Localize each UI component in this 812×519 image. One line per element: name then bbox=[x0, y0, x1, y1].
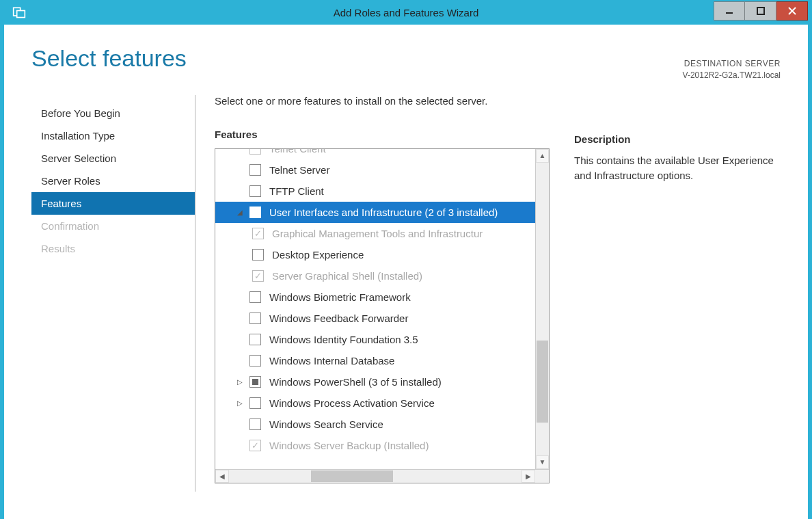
titlebar[interactable]: Add Roles and Features Wizard bbox=[4, 0, 808, 25]
tree-item-label: Telnet Server bbox=[269, 164, 329, 176]
vscroll-thumb[interactable] bbox=[537, 341, 548, 423]
tree-item[interactable]: Windows Search Service bbox=[215, 414, 535, 435]
window-title: Add Roles and Features Wizard bbox=[334, 7, 479, 18]
nav-item-server-roles[interactable]: Server Roles bbox=[31, 170, 195, 192]
checkbox[interactable] bbox=[249, 355, 261, 367]
checkbox[interactable] bbox=[252, 249, 264, 261]
window-controls bbox=[714, 4, 808, 21]
tree-item-label: Windows Process Activation Service bbox=[269, 397, 435, 409]
checkbox[interactable] bbox=[249, 291, 261, 303]
tree-item[interactable]: Telnet Client bbox=[215, 149, 535, 159]
page-title: Select features bbox=[31, 45, 187, 72]
vertical-scrollbar[interactable]: ▲ ▼ bbox=[535, 149, 549, 469]
tree-item[interactable]: ▷Windows PowerShell (3 of 5 installed) bbox=[215, 371, 535, 392]
maximize-button[interactable] bbox=[745, 1, 776, 21]
checkbox[interactable] bbox=[249, 149, 261, 155]
tree-item-label: Desktop Experience bbox=[272, 249, 364, 261]
tree-item-label: Windows Biometric Framework bbox=[269, 291, 411, 303]
instruction-text: Select one or more features to install o… bbox=[215, 95, 550, 107]
destination-server: DESTINATION SERVER V-2012R2-G2a.TW21.loc… bbox=[683, 58, 781, 81]
app-icon bbox=[12, 5, 26, 19]
tree-item[interactable]: Graphical Management Tools and Infrastru… bbox=[215, 223, 535, 244]
tree-item-label: Server Graphical Shell (Installed) bbox=[272, 270, 422, 282]
checkbox[interactable] bbox=[249, 334, 261, 345]
checkbox[interactable] bbox=[249, 164, 261, 176]
nav-item-before-you-begin[interactable]: Before You Begin bbox=[31, 102, 195, 124]
wizard-nav: Before You BeginInstallation TypeServer … bbox=[31, 95, 195, 492]
scroll-left-icon[interactable]: ◀ bbox=[215, 470, 229, 483]
horizontal-scrollbar[interactable]: ◀ ▶ bbox=[215, 469, 549, 483]
tree-item[interactable]: Desktop Experience bbox=[215, 244, 535, 265]
tree-item-label: TFTP Client bbox=[269, 185, 324, 197]
tree-item[interactable]: ▷Windows Process Activation Service bbox=[215, 392, 535, 414]
checkbox[interactable] bbox=[249, 185, 261, 197]
tree-item[interactable]: Windows Feedback Forwarder bbox=[215, 308, 535, 329]
nav-item-results: Results bbox=[31, 237, 195, 260]
collapse-icon[interactable]: ◢ bbox=[234, 209, 245, 216]
description-heading: Description bbox=[574, 133, 781, 145]
features-tree: Telnet ClientTelnet ServerTFTP Client◢Us… bbox=[215, 148, 550, 483]
scroll-down-icon[interactable]: ▼ bbox=[536, 455, 549, 469]
expand-icon[interactable]: ▷ bbox=[234, 399, 245, 407]
checkbox[interactable] bbox=[249, 376, 261, 388]
description-text: This contains the available User Experie… bbox=[574, 153, 781, 184]
features-heading: Features bbox=[215, 129, 550, 140]
checkbox[interactable] bbox=[249, 440, 261, 451]
tree-item-label: Windows Identity Foundation 3.5 bbox=[269, 334, 418, 345]
svg-rect-3 bbox=[757, 8, 764, 14]
nav-item-server-selection[interactable]: Server Selection bbox=[31, 147, 195, 170]
tree-item-label: Windows Server Backup (Installed) bbox=[269, 440, 429, 451]
tree-item[interactable]: Windows Biometric Framework bbox=[215, 287, 535, 308]
tree-item-label: Windows Feedback Forwarder bbox=[269, 312, 408, 324]
nav-item-installation-type[interactable]: Installation Type bbox=[31, 124, 195, 147]
checkbox[interactable] bbox=[252, 270, 264, 282]
nav-item-confirmation: Confirmation bbox=[31, 215, 195, 237]
tree-item[interactable]: Windows Internal Database bbox=[215, 350, 535, 371]
checkbox[interactable] bbox=[249, 418, 261, 430]
tree-item-label: Windows Internal Database bbox=[269, 355, 394, 367]
tree-item-label: Windows Search Service bbox=[269, 418, 383, 430]
tree-item[interactable]: Windows Identity Foundation 3.5 bbox=[215, 329, 535, 350]
tree-item-label: Graphical Management Tools and Infrastru… bbox=[272, 228, 483, 239]
tree-item-label: Windows PowerShell (3 of 5 installed) bbox=[269, 376, 442, 388]
tree-body: Telnet ClientTelnet ServerTFTP Client◢Us… bbox=[215, 149, 535, 469]
destination-label: DESTINATION SERVER bbox=[683, 58, 781, 70]
tree-item-label: User Interfaces and Infrastructure (2 of… bbox=[269, 207, 498, 218]
close-button[interactable] bbox=[776, 1, 808, 21]
tree-item[interactable]: Server Graphical Shell (Installed) bbox=[215, 265, 535, 287]
tree-item[interactable]: TFTP Client bbox=[215, 181, 535, 202]
expand-icon[interactable]: ▷ bbox=[234, 378, 245, 386]
tree-item[interactable]: ◢User Interfaces and Infrastructure (2 o… bbox=[215, 202, 535, 223]
scroll-up-icon[interactable]: ▲ bbox=[536, 149, 549, 163]
tree-item[interactable]: Windows Server Backup (Installed) bbox=[215, 435, 535, 456]
tree-item[interactable]: Telnet Server bbox=[215, 159, 535, 181]
checkbox[interactable] bbox=[252, 228, 264, 239]
svg-rect-1 bbox=[17, 11, 25, 18]
checkbox[interactable] bbox=[249, 312, 261, 324]
nav-item-features[interactable]: Features bbox=[31, 192, 195, 215]
destination-value: V-2012R2-G2a.TW21.local bbox=[683, 70, 781, 81]
hscroll-thumb[interactable] bbox=[311, 470, 393, 482]
checkbox[interactable] bbox=[249, 397, 261, 409]
svg-rect-2 bbox=[726, 12, 733, 14]
checkbox[interactable] bbox=[249, 207, 261, 218]
minimize-button[interactable] bbox=[714, 1, 745, 21]
scroll-right-icon[interactable]: ▶ bbox=[522, 470, 535, 483]
tree-item-label: Telnet Client bbox=[269, 149, 326, 155]
